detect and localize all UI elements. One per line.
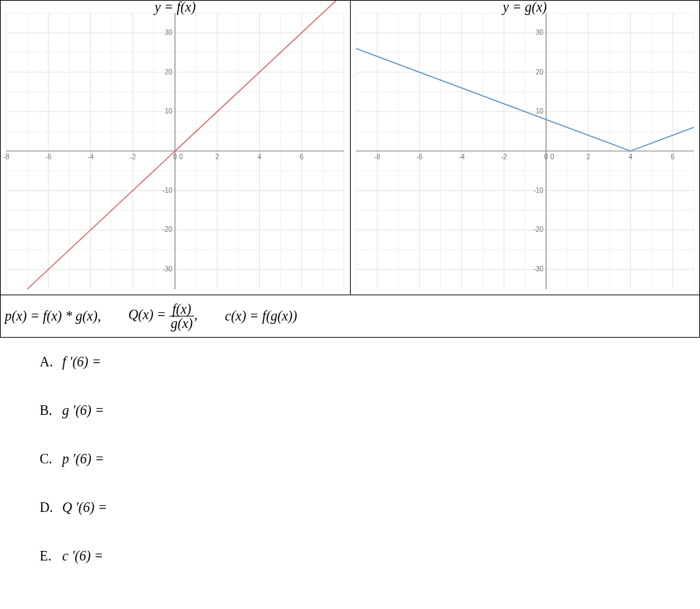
svg-text:-4: -4 xyxy=(88,153,94,161)
def-Q: Q(x) = f(x) g(x) , xyxy=(129,302,198,330)
def-Q-lhs: Q(x) = xyxy=(129,307,166,322)
svg-text:6: 6 xyxy=(299,153,304,161)
question-B: B. g ′(6) = xyxy=(40,403,700,418)
svg-text:10: 10 xyxy=(165,107,173,115)
svg-text:0: 0 xyxy=(173,153,177,161)
question-C: C. p ′(6) = xyxy=(40,451,700,467)
figure-row: y = f(x) -8-6-4-20246-30-20-101020300 y … xyxy=(0,0,700,295)
def-Q-num: f(x) xyxy=(170,302,194,316)
def-Q-tail: , xyxy=(194,307,198,322)
figure-f: y = f(x) -8-6-4-20246-30-20-101020300 xyxy=(1,1,351,295)
question-E-text: c ′(6) = xyxy=(62,548,103,563)
svg-text:-10: -10 xyxy=(533,187,543,194)
svg-text:30: 30 xyxy=(165,29,173,36)
svg-text:-30: -30 xyxy=(533,265,543,273)
svg-text:10: 10 xyxy=(535,107,543,115)
question-D-text: Q ′(6) = xyxy=(62,500,107,515)
svg-text:-4: -4 xyxy=(458,153,464,161)
question-D-label: D. xyxy=(40,500,59,515)
svg-text:4: 4 xyxy=(258,153,262,161)
question-E-label: E. xyxy=(40,548,59,564)
question-B-text: g ′(6) = xyxy=(62,403,104,418)
question-A-label: A. xyxy=(40,354,59,370)
def-Q-fraction: f(x) g(x) xyxy=(170,302,194,330)
def-Q-den: g(x) xyxy=(170,316,194,330)
svg-text:0: 0 xyxy=(179,153,183,161)
question-B-label: B. xyxy=(40,403,59,418)
definitions-row: p(x) = f(x) * g(x), Q(x) = f(x) g(x) , c… xyxy=(0,295,700,338)
question-C-text: p ′(6) = xyxy=(62,451,104,466)
svg-text:-6: -6 xyxy=(416,153,422,161)
question-A: A. f ′(6) = xyxy=(40,354,700,370)
question-A-text: f ′(6) = xyxy=(62,354,101,369)
svg-text:-2: -2 xyxy=(130,153,136,161)
svg-text:-2: -2 xyxy=(500,153,507,161)
svg-text:-6: -6 xyxy=(45,153,51,161)
svg-text:20: 20 xyxy=(535,68,543,76)
question-list: A. f ′(6) = B. g ′(6) = C. p ′(6) = D. Q… xyxy=(0,338,700,564)
svg-text:-8: -8 xyxy=(3,153,10,161)
def-p: p(x) = f(x) * g(x), xyxy=(5,308,101,324)
svg-text:-30: -30 xyxy=(163,265,173,273)
svg-text:0: 0 xyxy=(550,153,554,161)
svg-text:-8: -8 xyxy=(374,153,380,161)
svg-text:-10: -10 xyxy=(163,187,173,194)
svg-text:4: 4 xyxy=(628,153,632,161)
question-E: E. c ′(6) = xyxy=(40,548,700,564)
svg-text:0: 0 xyxy=(544,153,548,161)
svg-text:20: 20 xyxy=(165,68,173,76)
figure-g: y = g(x) -8-6-4-20246-30-20-101020300 xyxy=(351,1,701,295)
svg-text:2: 2 xyxy=(586,153,590,161)
figure-f-title: y = f(x) xyxy=(1,0,350,15)
svg-text:-20: -20 xyxy=(163,226,173,233)
svg-text:6: 6 xyxy=(671,153,675,161)
question-C-label: C. xyxy=(40,451,59,467)
plot-f: -8-6-4-20246-30-20-101020300 xyxy=(1,1,349,295)
figure-g-title: y = g(x) xyxy=(351,0,700,15)
question-D: D. Q ′(6) = xyxy=(40,500,700,515)
plot-g: -8-6-4-20246-30-20-101020300 xyxy=(351,1,699,295)
def-c: c(x) = f(g(x)) xyxy=(225,308,297,324)
svg-text:-20: -20 xyxy=(533,226,543,233)
svg-text:2: 2 xyxy=(215,153,219,161)
svg-text:30: 30 xyxy=(535,29,543,36)
